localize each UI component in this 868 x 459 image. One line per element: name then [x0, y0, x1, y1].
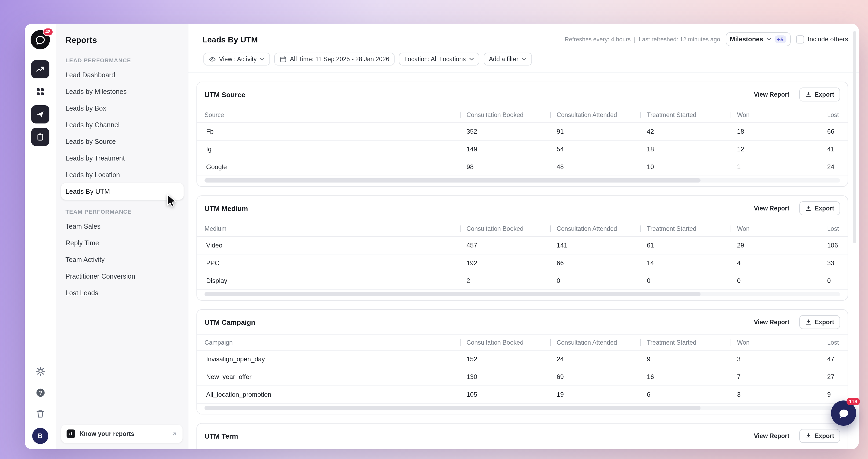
page-title: Leads By UTM — [203, 35, 258, 44]
cell-value: 149 — [460, 146, 550, 153]
table-row: Invisalign_open_day 152 24 9 3 47 — [197, 350, 847, 368]
milestones-dropdown[interactable]: Milestones +5 — [725, 32, 790, 46]
grid-icon — [35, 87, 45, 97]
send-icon — [36, 110, 44, 119]
card-header: UTM Source View Report Export — [197, 82, 847, 107]
cell-value: 98 — [460, 163, 550, 171]
column-header: Treatment Started — [641, 339, 731, 346]
desktop-background: 48 ? B — [0, 0, 868, 459]
cell-value: 457 — [460, 242, 550, 249]
milestones-label: Milestones — [730, 35, 763, 43]
sidebar-title: Reports — [65, 35, 184, 45]
export-button[interactable]: Export — [799, 315, 840, 329]
sidebar-item-lost-leads[interactable]: Lost Leads — [61, 284, 184, 301]
sidebar-item-reply-time[interactable]: Reply Time — [61, 235, 184, 251]
app-logo[interactable]: 48 — [31, 30, 50, 50]
know-your-reports-link[interactable]: Know your reports — [61, 425, 183, 443]
chat-bubble-icon — [838, 407, 849, 419]
sidebar-item-leads-by-utm[interactable]: Leads By UTM — [61, 183, 184, 200]
column-header: Won — [731, 225, 821, 232]
nav-reports-icon[interactable] — [31, 60, 50, 79]
nav-apps-icon[interactable] — [31, 83, 50, 101]
export-button[interactable]: Export — [799, 88, 840, 101]
sidebar-item-team-activity[interactable]: Team Activity — [61, 251, 184, 268]
help-icon[interactable]: ? — [32, 385, 48, 400]
view-report-link[interactable]: View Report — [754, 91, 789, 98]
row-label: Invisalign_open_day — [197, 356, 460, 363]
export-button[interactable]: Export — [799, 201, 840, 215]
view-report-link[interactable]: View Report — [754, 205, 789, 212]
table-row: PPC 192 66 14 4 33 — [197, 254, 847, 272]
cell-value: 66 — [821, 128, 847, 135]
cell-value: 33 — [821, 259, 847, 267]
know-your-reports-icon — [67, 429, 75, 438]
add-filter-button[interactable]: Add a filter — [484, 53, 532, 65]
sidebar-item-leads-by-milestones[interactable]: Leads by Milestones — [61, 83, 184, 100]
column-header: Treatment Started — [641, 225, 731, 232]
sidebar-item-leads-by-location[interactable]: Leads by Location — [61, 166, 184, 183]
card-actions: View Report Export — [754, 315, 840, 329]
cell-value: 24 — [550, 356, 641, 363]
nav-tasks-icon[interactable] — [31, 128, 50, 146]
svg-text:?: ? — [39, 390, 42, 395]
cell-value: 0 — [550, 277, 641, 284]
app-window: 48 ? B — [25, 24, 859, 449]
vertical-scrollbar[interactable] — [853, 31, 856, 243]
cell-value: 352 — [460, 128, 550, 135]
user-avatar[interactable]: B — [32, 428, 48, 444]
utm-medium-table: Medium Consultation Booked Consultation … — [197, 221, 847, 300]
settings-icon[interactable] — [32, 363, 48, 379]
date-range-filter-button[interactable]: All Time: 11 Sep 2025 - 28 Jan 2026 — [274, 53, 395, 65]
view-filter-label: View : Activity — [219, 56, 256, 62]
cell-value: 105 — [460, 391, 550, 398]
utm-term-card: UTM Term View Report Export — [196, 423, 848, 449]
cell-value: 141 — [550, 242, 641, 249]
include-others-control: Include others — [796, 35, 848, 43]
table-header-row: Medium Consultation Booked Consultation … — [197, 221, 847, 237]
include-others-checkbox[interactable] — [796, 35, 804, 43]
horizontal-scrollbar[interactable] — [205, 292, 840, 296]
scrollbar-thumb[interactable] — [205, 406, 700, 410]
horizontal-scrollbar[interactable] — [205, 178, 840, 183]
cell-value: 10 — [641, 163, 731, 171]
cell-value: 41 — [821, 146, 847, 153]
scrollbar-thumb[interactable] — [205, 292, 700, 296]
sidebar-item-leads-by-treatment[interactable]: Leads by Treatment — [61, 150, 184, 166]
row-label: Video — [197, 242, 460, 249]
cell-value: 192 — [460, 259, 550, 267]
icon-rail: 48 ? B — [25, 24, 56, 449]
download-icon — [805, 433, 811, 439]
main-content: Leads By UTM Refreshes every: 4 hours | … — [188, 24, 859, 449]
column-header: Won — [731, 339, 821, 346]
sidebar-item-team-sales[interactable]: Team Sales — [61, 218, 184, 235]
view-report-link[interactable]: View Report — [754, 433, 789, 439]
view-filter-button[interactable]: View : Activity — [204, 53, 270, 65]
scrollbar-thumb[interactable] — [205, 178, 700, 183]
column-header: Consultation Attended — [550, 339, 641, 346]
card-title: UTM Source — [205, 90, 245, 98]
cell-value: 27 — [821, 373, 847, 380]
column-header: Lost — [821, 225, 847, 232]
location-filter-button[interactable]: Location: All Locations — [399, 53, 479, 65]
include-others-label: Include others — [808, 35, 848, 43]
nav-campaigns-icon[interactable] — [31, 105, 50, 123]
sidebar-item-leads-by-source[interactable]: Leads by Source — [61, 133, 184, 150]
sidebar-item-leads-by-channel[interactable]: Leads by Channel — [61, 117, 184, 133]
chevron-down-icon — [469, 57, 474, 61]
horizontal-scrollbar[interactable] — [205, 406, 840, 410]
header-controls: Refreshes every: 4 hours | Last refreshe… — [565, 32, 848, 46]
card-header: UTM Campaign View Report Export — [197, 310, 847, 334]
add-filter-label: Add a filter — [489, 56, 518, 62]
column-header: Consultation Booked — [460, 112, 550, 118]
sidebar-item-lead-dashboard[interactable]: Lead Dashboard — [61, 67, 184, 83]
row-label: Display — [197, 277, 460, 284]
chat-widget-button[interactable]: 118 — [831, 400, 856, 426]
column-header: Source — [197, 112, 460, 118]
view-report-link[interactable]: View Report — [754, 319, 789, 325]
sidebar-item-practitioner-conversion[interactable]: Practitioner Conversion — [61, 268, 184, 284]
sidebar-item-leads-by-box[interactable]: Leads by Box — [61, 100, 184, 117]
logo-notification-badge: 48 — [43, 28, 53, 36]
export-button[interactable]: Export — [799, 429, 840, 443]
trash-icon[interactable] — [32, 406, 48, 422]
chat-unread-badge: 118 — [846, 398, 860, 405]
